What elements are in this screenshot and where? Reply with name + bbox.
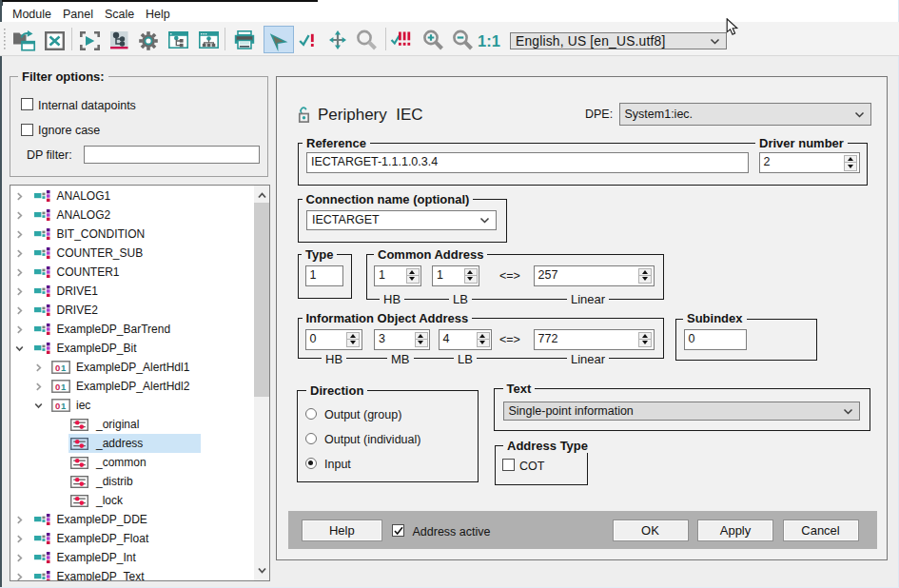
svg-text:1: 1 — [61, 382, 67, 392]
svg-text:0: 0 — [55, 401, 60, 411]
svg-text:1: 1 — [61, 401, 67, 411]
svg-text:1: 1 — [61, 363, 67, 373]
svg-text:0: 0 — [55, 363, 60, 373]
svg-text:0: 0 — [55, 382, 60, 392]
